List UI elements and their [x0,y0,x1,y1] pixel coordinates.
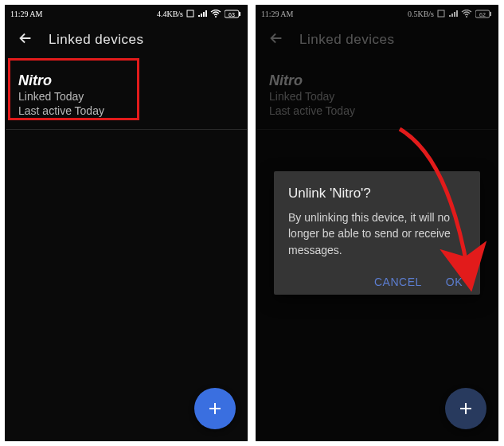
svg-rect-0 [187,10,193,17]
svg-text:63: 63 [229,11,235,17]
page-title: Linked devices [49,32,143,48]
dialog-body: By unlinking this device, it will no lon… [288,209,466,258]
unlink-dialog: Unlink 'Nitro'? By unlinking this device… [274,171,480,295]
phone-screen-left: 11:29 AM 4.4KB/s 63 Linked devices Nitro… [5,5,248,441]
ok-button[interactable]: OK [446,276,463,288]
sim-icon [186,10,194,18]
app-bar: Linked devices [6,22,247,65]
battery-icon: 63 [225,10,242,18]
wifi-icon [210,10,221,18]
cancel-button[interactable]: CANCEL [374,276,422,288]
back-icon[interactable] [17,29,34,50]
phone-screen-right: 11:29 AM 0.5KB/s 62 Linked devices Nitro… [256,5,498,441]
clock: 11:29 AM [10,10,42,18]
device-name: Nitro [18,72,234,89]
signal-icon [197,10,207,18]
device-last-active: Last active Today [18,104,234,118]
svg-rect-3 [239,12,240,16]
network-speed: 4.4KB/s [157,10,183,18]
dialog-title: Unlink 'Nitro'? [288,186,466,201]
add-device-fab[interactable] [445,388,486,429]
device-list-item[interactable]: Nitro Linked Today Last active Today [6,65,247,130]
device-linked: Linked Today [18,89,234,104]
add-device-fab[interactable] [194,388,236,429]
svg-point-1 [215,16,217,18]
status-bar: 11:29 AM 4.4KB/s 63 [6,6,247,22]
